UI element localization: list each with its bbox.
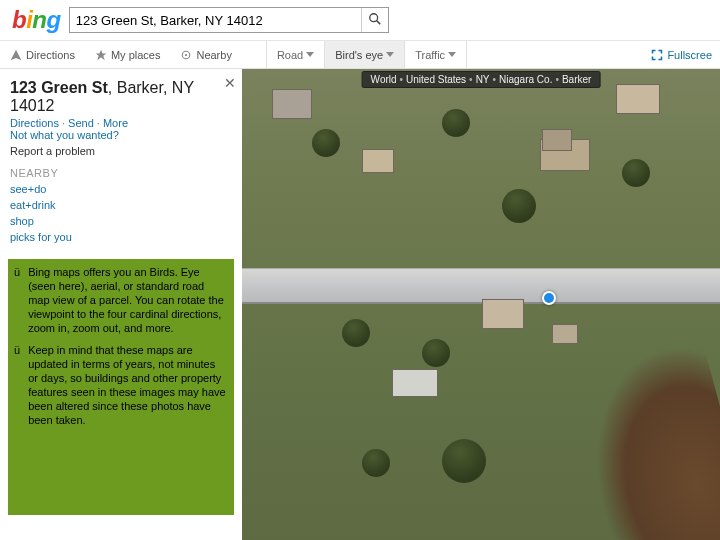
tab-birdseye[interactable]: Bird's eye (324, 41, 404, 68)
breadcrumb[interactable]: World•United States•NY•Niagara Co.•Barke… (362, 71, 601, 88)
nearby-header: NEARBY (0, 163, 242, 181)
toolbar: Directions My places Nearby Road Bird's … (0, 41, 720, 69)
link-send[interactable]: Send (68, 117, 103, 129)
crumb-part: World (371, 74, 397, 85)
svg-point-0 (369, 13, 377, 21)
close-icon[interactable]: ✕ (224, 75, 236, 91)
tab-label: Road (277, 49, 303, 61)
main: 123 Green St, Barker, NY 14012 ✕ Directi… (0, 69, 720, 540)
nearby-item[interactable]: see+do (10, 181, 232, 197)
bing-logo: bing (12, 6, 61, 34)
fullscreen-label: Fullscree (667, 49, 712, 61)
map-view[interactable]: World•United States•NY•Niagara Co.•Barke… (242, 69, 720, 540)
address-links: DirectionsSendMore Not what you wanted? (0, 117, 242, 141)
tab-road[interactable]: Road (266, 41, 324, 68)
toolbar-label: Nearby (196, 49, 231, 61)
star-icon (95, 49, 107, 61)
search-icon (368, 14, 382, 29)
link-notwanted[interactable]: Not what you wanted? (10, 129, 119, 141)
address-bold: 123 Green St (10, 79, 108, 96)
search-box (69, 7, 389, 33)
link-directions[interactable]: Directions (10, 117, 68, 129)
link-more[interactable]: More (103, 117, 128, 129)
tab-traffic[interactable]: Traffic (404, 41, 467, 68)
crumb-part: Barker (562, 74, 591, 85)
aerial-imagery (242, 69, 720, 540)
crumb-part: NY (476, 74, 490, 85)
address-title: 123 Green St, Barker, NY 14012 (10, 79, 232, 115)
note-text: Bing maps offers you an Birds. Eye (seen… (28, 265, 228, 335)
nearby-button[interactable]: Nearby (170, 41, 241, 68)
chevron-down-icon (386, 52, 394, 57)
chevron-down-icon (448, 52, 456, 57)
search-input[interactable] (70, 13, 361, 28)
directions-icon (10, 49, 22, 61)
left-panel: 123 Green St, Barker, NY 14012 ✕ Directi… (0, 69, 242, 540)
location-marker[interactable] (542, 291, 556, 305)
crumb-part: United States (406, 74, 466, 85)
search-button[interactable] (362, 8, 388, 32)
nearby-item[interactable]: eat+drink (10, 197, 232, 213)
target-icon (180, 49, 192, 61)
nearby-list: see+do eat+drink shop picks for you (0, 181, 242, 253)
nearby-item[interactable]: picks for you (10, 229, 232, 245)
check-icon: ü (14, 265, 20, 335)
chevron-down-icon (306, 52, 314, 57)
toolbar-label: Directions (26, 49, 75, 61)
report-problem[interactable]: Report a problem (0, 141, 242, 163)
fullscreen-icon (651, 49, 663, 61)
address-block: 123 Green St, Barker, NY 14012 ✕ (0, 69, 242, 117)
notes-overlay: üBing maps offers you an Birds. Eye (see… (0, 253, 242, 525)
crumb-part: Niagara Co. (499, 74, 552, 85)
myplaces-button[interactable]: My places (85, 41, 171, 68)
check-icon: ü (14, 343, 20, 427)
svg-line-1 (376, 20, 380, 24)
tab-label: Traffic (415, 49, 445, 61)
toolbar-label: My places (111, 49, 161, 61)
view-tabs: Road Bird's eye Traffic (266, 41, 467, 68)
directions-button[interactable]: Directions (0, 41, 85, 68)
header: bing (0, 0, 720, 41)
note-text: Keep in mind that these maps are updated… (28, 343, 228, 427)
svg-point-3 (185, 53, 187, 55)
nearby-item[interactable]: shop (10, 213, 232, 229)
tab-label: Bird's eye (335, 49, 383, 61)
fullscreen-button[interactable]: Fullscree (643, 41, 720, 68)
